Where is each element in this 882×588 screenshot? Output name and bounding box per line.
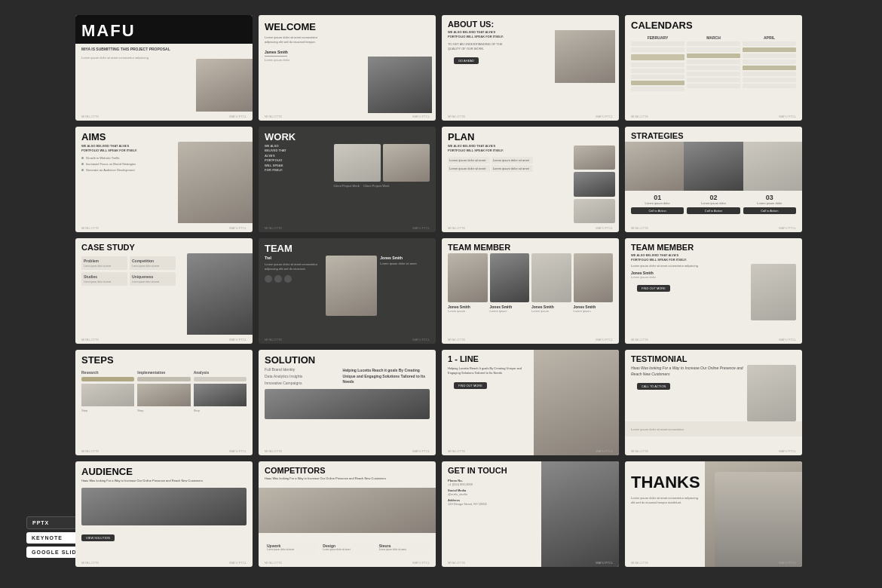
slide-case-study-footer: MIYA LOTTE MAFU PTCL bbox=[81, 338, 247, 341]
slide-one-line[interactable]: 1 - LINE Helping Lucetta Reach It goals … bbox=[442, 350, 619, 455]
slide-testimonial-btn[interactable]: CALL TO ACTION bbox=[637, 383, 670, 390]
slide-calendars-grid: FEBRUARY MARCH bbox=[625, 32, 802, 94]
slide-about-title: ABOUT US: bbox=[448, 20, 613, 29]
slide-competitors-footer: MIYA LOTTE MAFU PTCL bbox=[265, 561, 430, 565]
slide-audience-footer: MIYA LOTTE MAFU PTCL bbox=[81, 561, 247, 565]
slide-get-in-touch-footer: MIYA LOTTE MAFU PTCL bbox=[448, 561, 613, 565]
slide-steps-title: STEPS bbox=[81, 354, 247, 366]
slide-one-line-btn[interactable]: FIND OUT MORE bbox=[454, 382, 487, 389]
slide-welcome-title: WELCOME bbox=[265, 21, 430, 32]
slide-strategies-photos bbox=[625, 142, 802, 191]
slide-team-member-2-title: TEAM MEMBER bbox=[631, 243, 796, 252]
slide-audience[interactable]: AUDIENCE Haas Was looking For a Way to I… bbox=[75, 461, 253, 567]
slide-about-btn[interactable]: GO AHEAD bbox=[454, 57, 479, 64]
slide-aims-footer: MIYA LOTTE MAFU PTCL bbox=[81, 226, 247, 230]
slide-about-footer: MIYA LOTTE MAFU PTCL bbox=[448, 115, 613, 118]
slide-mafu-subtitle: MIYA IS SUBMITTING THIS PROJECT PROPOSAL bbox=[81, 47, 247, 53]
slide-testimonial-footer: MIYA LOTTE MAFU PTCL bbox=[631, 449, 796, 453]
slide-calendars-footer: MIYA LOTTE MAFU PTCL bbox=[631, 115, 796, 118]
slide-mafu-footer: MIYA LOTTE MAFU PTCL bbox=[81, 115, 247, 118]
slide-team-title: TEAM bbox=[265, 243, 430, 254]
slide-plan-footer: MIYA LOTTE MAFU PTCL bbox=[448, 226, 613, 230]
slides-grid: MAFU MIYA IS SUBMITTING THIS PROJECT PRO… bbox=[75, 15, 802, 573]
slide-steps-cols: Research Step Implementation Step Analys… bbox=[75, 367, 253, 415]
slide-about-us[interactable]: ABOUT US: WE ALSO BELIVED THAT ALYA'SPOR… bbox=[442, 15, 619, 121]
slide-team-member-1[interactable]: TEAM MEMBER Jones Smith Lorem ipsum Jone… bbox=[442, 238, 619, 344]
slide-welcome[interactable]: WELCOME Lorem ipsum dolor sit amet conse… bbox=[259, 15, 436, 121]
slide-welcome-person bbox=[368, 57, 432, 113]
slide-competitors[interactable]: COMPETITORS Haas Was looking For a Way t… bbox=[259, 461, 436, 567]
slide-work-title: WORK bbox=[265, 131, 430, 142]
slide-team-member-1-title: TEAM MEMBER bbox=[448, 243, 613, 252]
slide-team-footer: MIYA LOTTE MAFU PTCL bbox=[265, 338, 430, 341]
slide-tm2-btn[interactable]: FIND OUT MORE bbox=[637, 285, 670, 292]
slide-thanks-footer: MIYA LOTTE MAFU PTCL bbox=[631, 561, 796, 565]
slide-steps[interactable]: STEPS Research Step Implementation Step … bbox=[75, 350, 253, 455]
main-container: 21 UniqueSlides PPTX KEYNOTE GOOGLE SLID… bbox=[26, 15, 856, 573]
slide-case-study[interactable]: CASE STUDY Problem Lorem ipsum dolor sit… bbox=[75, 238, 253, 344]
slide-get-in-touch-title: GET IN TOUCH bbox=[448, 466, 533, 475]
unique-number: 21 bbox=[0, 268, 5, 286]
slide-about-person bbox=[555, 30, 615, 83]
slide-testimonial[interactable]: TESTIMONIAL Haas Was looking For a Way t… bbox=[625, 350, 802, 455]
slide-tm2-footer: MIYA LOTTE MAFU PTCL bbox=[631, 338, 796, 341]
slide-audience-title: AUDIENCE bbox=[81, 466, 247, 477]
slide-testimonial-title: TESTIMONIAL bbox=[631, 354, 796, 363]
slide-work-footer: MIYA LOTTE MAFU PTCL bbox=[265, 226, 430, 230]
slide-aims[interactable]: AIMS WE ALSO BELIVED THAT ALYA'SPORTFOLI… bbox=[75, 127, 253, 232]
slide-plan-title: PLAN bbox=[448, 131, 533, 142]
slide-steps-footer: MIYA LOTTE MAFU PTCL bbox=[81, 449, 247, 453]
slide-mafu-title: MAFU bbox=[81, 21, 136, 40]
slide-strategies-title: STRATEGIES bbox=[631, 131, 796, 140]
slide-calendars-title: CALENDARS bbox=[631, 20, 796, 31]
slide-mafu[interactable]: MAFU MIYA IS SUBMITTING THIS PROJECT PRO… bbox=[75, 15, 253, 121]
slide-work[interactable]: WORK WE ALSOBELIVED THATALYA'SPORTFOLIOW… bbox=[259, 127, 436, 232]
slide-solution-footer: MIYA LOTTE MAFU PTCL bbox=[265, 449, 430, 453]
slide-strategies-footer: MIYA LOTTE MAFU PTCL bbox=[631, 226, 796, 230]
unique-label: UniqueSlides bbox=[0, 292, 2, 320]
slide-case-study-title: CASE STUDY bbox=[81, 243, 176, 252]
slide-plan[interactable]: PLAN WE ALSO BELIVED THAT ALYA'SPORTFOLI… bbox=[442, 127, 619, 232]
slide-get-in-touch[interactable]: GET IN TOUCH Phone No. +1 (555) 000-0000… bbox=[442, 461, 619, 567]
slide-competitors-title: COMPETITORS bbox=[265, 466, 430, 475]
slide-welcome-footer: MIYA LOTTE MAFU PTCL bbox=[265, 115, 430, 118]
slide-one-line-title: 1 - LINE bbox=[448, 354, 525, 363]
slide-one-line-footer: MIYA LOTTE MAFU PTCL bbox=[448, 449, 613, 453]
slide-audience-btn[interactable]: VIEW SOLUTION bbox=[81, 534, 115, 541]
slide-team[interactable]: TEAM Ttel Lorem ipsum dolor sit amet con… bbox=[259, 238, 436, 344]
unique-slides-badge: 21 UniqueSlides bbox=[0, 268, 5, 320]
slide-plan-imgs bbox=[574, 145, 615, 223]
slide-calendars[interactable]: CALENDARS FEBRUARY MARCH bbox=[625, 15, 802, 121]
slide-thanks-title: THANKS bbox=[631, 473, 699, 492]
slide-thanks[interactable]: THANKS Lorem ipsum dolor sit amet consec… bbox=[625, 461, 802, 567]
slide-solution-title: SOLUTION bbox=[265, 354, 430, 366]
slide-team-member-2[interactable]: TEAM MEMBER WE ALSO BELIVED THAT ALYA'SP… bbox=[625, 238, 802, 344]
slide-solution[interactable]: SOLUTION Full Brand Identity Data Analyt… bbox=[259, 350, 436, 455]
slide-aims-title: AIMS bbox=[81, 131, 167, 142]
slide-tm1-footer: MIYA LOTTE MAFU PTCL bbox=[448, 338, 613, 341]
slide-strategies[interactable]: STRATEGIES 01 Lorem ipsum dolor Call to … bbox=[625, 127, 802, 232]
